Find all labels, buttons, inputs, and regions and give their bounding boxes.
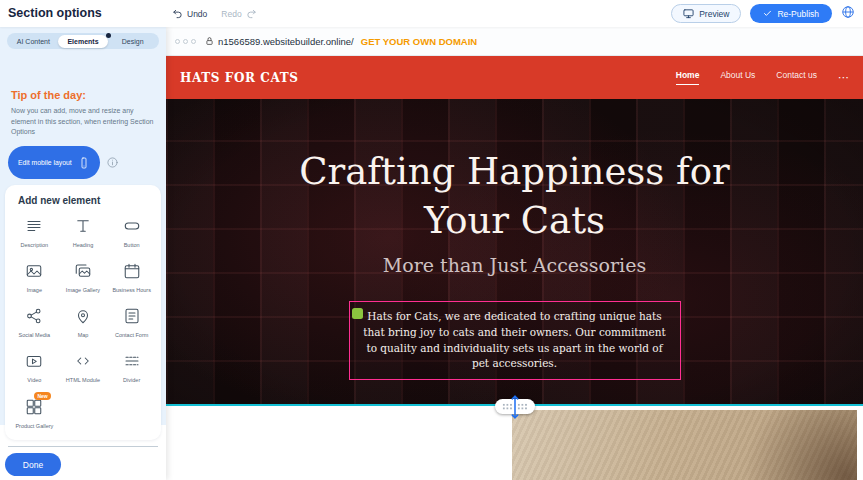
business-hours-icon [123,262,141,284]
element-label: Image [27,287,42,294]
next-section-photo [512,410,857,480]
add-element-divider[interactable]: Divider [107,352,156,384]
info-button[interactable] [107,154,118,172]
hero-subtitle[interactable]: More than Just Accessories [166,254,863,276]
selected-text-element[interactable]: Hats for Cats, we are dedicated to craft… [349,301,681,380]
sidebar-tabs: AI Content Elements Design [7,33,159,49]
add-element-heading[interactable]: Heading [59,217,108,249]
element-label: Button [124,242,140,249]
add-new-element-panel: Add new element Description Heading Butt… [5,185,161,440]
edit-mobile-layout-button[interactable]: Edit mobile layout [8,146,100,179]
element-drag-handle[interactable] [352,308,363,319]
add-element-business-hours[interactable]: Business Hours [107,262,156,294]
add-new-element-title: Add new element [18,195,156,206]
lock-icon [201,32,218,50]
tab-design[interactable]: Design [108,35,158,48]
element-label: HTML Module [66,377,100,384]
element-label: Map [78,332,89,339]
description-icon [25,217,43,239]
tab-elements[interactable]: Elements [58,35,108,48]
add-element-image-gallery[interactable]: Image Gallery [59,262,108,294]
undo-button[interactable]: Undo [172,8,207,19]
add-element-social-media[interactable]: Social Media [10,307,59,339]
map-icon [74,307,92,329]
get-domain-link[interactable]: GET YOUR OWN DOMAIN [361,36,477,47]
globe-icon [841,5,855,19]
add-element-button[interactable]: Button [107,217,156,249]
topbar-actions: Preview Re-Publish [671,0,855,27]
element-label: Divider [123,377,140,384]
resize-arrow-icon [510,393,519,420]
redo-label: Redo [221,9,241,19]
element-label: Video [27,377,41,384]
browser-bar: n1566589.websitebuilder.online/ GET YOUR… [166,27,863,56]
monitor-icon [683,8,694,19]
section-resize-handle[interactable] [495,399,535,414]
hero-title[interactable]: Crafting Happiness for Your Cats [265,99,765,245]
undo-label: Undo [187,9,207,19]
redo-button[interactable]: Redo [221,8,256,19]
element-label: Heading [73,242,94,249]
element-label: Business Hours [112,287,151,294]
republish-label: Re-Publish [777,9,819,19]
page-title: Section options [8,6,102,20]
republish-button[interactable]: Re-Publish [750,4,832,23]
add-element-video[interactable]: Video [10,352,59,384]
tip-title: Tip of the day: [11,89,157,101]
tab-elements-label: Elements [67,38,98,45]
nav-about-us[interactable]: About Us [720,70,755,85]
video-icon [25,352,43,374]
site-nav: Home About Us Contact us [676,70,817,85]
heading-icon [74,217,92,239]
nav-home[interactable]: Home [676,70,700,85]
tab-ai-content[interactable]: AI Content [9,35,59,48]
add-element-contact-form[interactable]: Contact Form [107,307,156,339]
topbar: Section options Undo Redo Preview Re-Pub… [0,0,863,27]
site-url: n1566589.websitebuilder.online/ [218,36,354,47]
info-icon [107,157,118,168]
element-label: Social Media [19,332,51,339]
contact-form-icon [123,307,141,329]
site-header: HATS FOR CATS Home About Us Contact us ⋯ [166,56,863,99]
hero-paragraph[interactable]: Hats for Cats, we are dedicated to craft… [361,309,669,372]
window-control-dots [175,39,196,44]
new-badge: New [34,392,50,400]
undo-icon [172,8,183,19]
add-element-image[interactable]: Image [10,262,59,294]
done-button[interactable]: Done [5,453,61,476]
element-label: Image Gallery [66,287,100,294]
undo-redo-group: Undo Redo [172,0,257,27]
edit-mobile-row: Edit mobile layout [8,146,118,179]
site-preview-area: n1566589.websitebuilder.online/ GET YOUR… [166,27,863,480]
edit-mobile-label: Edit mobile layout [18,159,72,166]
add-element-map[interactable]: Map [59,307,108,339]
hero-section[interactable]: Crafting Happiness for Your Cats More th… [166,99,863,406]
element-grid: Description Heading Button Image Image G… [10,217,156,430]
product-gallery-icon [25,398,43,420]
website-builder-screen: Section options Undo Redo Preview Re-Pub… [0,0,863,480]
button-icon [123,217,141,239]
nav-contact-us[interactable]: Contact us [776,70,817,85]
redo-icon [246,8,257,19]
preview-label: Preview [699,9,729,19]
element-label: Contact Form [115,332,148,339]
tip-body: Now you can add, move and resize any ele… [11,106,157,138]
language-globe-button[interactable] [841,5,855,23]
divider-icon [123,352,141,374]
sidebar-divider [8,446,158,447]
element-label: Product Gallery [15,423,53,430]
check-icon [763,9,772,18]
preview-button[interactable]: Preview [671,4,741,23]
image-icon [25,262,43,284]
tip-of-the-day: Tip of the day: Now you can add, move an… [11,89,157,138]
add-element-product-gallery[interactable]: New Product Gallery [10,398,59,430]
nav-more-menu[interactable]: ⋯ [838,71,850,84]
add-element-description[interactable]: Description [10,217,59,249]
image-gallery-icon [74,262,92,284]
element-label: Description [21,242,49,249]
mobile-phone-icon [78,157,90,169]
section-options-sidebar: AI Content Elements Design Tip of the da… [0,27,166,480]
social-media-icon [25,307,43,329]
add-element-html-module[interactable]: HTML Module [59,352,108,384]
site-logo[interactable]: HATS FOR CATS [180,71,299,85]
